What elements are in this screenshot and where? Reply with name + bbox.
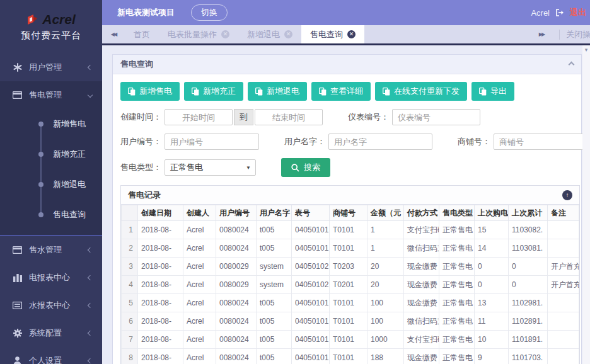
tab-new-refund[interactable]: 新增退电 ✕ xyxy=(238,25,301,43)
gear-icon xyxy=(13,329,22,338)
table-row[interactable]: 4 2018-08- Acrel 0080029 system 04050102… xyxy=(122,276,579,294)
tab-close-icon[interactable]: ✕ xyxy=(284,30,292,38)
sidebar-item-water-sale[interactable]: 售水管理 xyxy=(0,236,102,264)
brand-name: Acrel xyxy=(42,12,76,27)
column-header: 用户名字 xyxy=(257,205,292,221)
table-row[interactable]: 5 2018-08- Acrel 0080024 t005 04050101 T… xyxy=(122,294,579,312)
sidebar-item-electricity-reports[interactable]: 电报表中心 xyxy=(0,264,102,292)
form-row-3: 售电类型： 正常售电 ▼ 搜索 xyxy=(120,158,580,177)
search-button[interactable]: 搜索 xyxy=(281,158,330,177)
sidebar-subitem[interactable]: 新增充正 xyxy=(0,139,102,169)
switch-project-button[interactable]: 切换 xyxy=(191,4,228,21)
form-row-1: 创建时间： 到 仪表编号： xyxy=(120,109,580,125)
remark-cell: 开户首充值 xyxy=(548,258,579,276)
creator-cell: Acrel xyxy=(183,349,216,364)
last-purchase-cell: 0 xyxy=(475,276,509,294)
table-row[interactable]: 8 2018-08- Acrel 0080024 t005 04050101 T… xyxy=(122,349,579,364)
action-button[interactable]: 新增售电 xyxy=(120,82,180,101)
query-panel-title: 售电查询 xyxy=(120,59,153,70)
end-time-input[interactable] xyxy=(255,109,323,125)
last-purchase-cell: 14 xyxy=(475,239,509,258)
sidebar-item-user-management[interactable]: 用户管理 xyxy=(0,54,102,81)
sidebar-subitem[interactable]: 售电查询 xyxy=(0,200,102,230)
payment-method-cell: 微信扫码支付 xyxy=(404,312,439,331)
user-name-input[interactable] xyxy=(328,134,432,150)
logout-button[interactable]: 退出 xyxy=(570,7,586,18)
logout-icon[interactable] xyxy=(555,9,564,16)
sidebar-item-system-config[interactable]: 系统配置 xyxy=(0,319,102,347)
remark-cell xyxy=(548,294,579,312)
chevron-left-icon xyxy=(88,247,93,253)
action-button[interactable]: 导出 xyxy=(471,82,514,101)
table-row[interactable]: 7 2018-08- Acrel 0080024 t005 04050101 T… xyxy=(122,331,579,349)
tab-label: 电表批量操作 xyxy=(168,29,217,40)
shop-no-cell: T0203 xyxy=(330,258,367,276)
create-date-cell: 2018-08- xyxy=(138,276,183,294)
collapse-panel-icon[interactable] xyxy=(569,62,574,67)
meter-no-cell: 04050101 xyxy=(292,294,330,312)
remark-cell xyxy=(548,312,579,331)
bar-chart-icon xyxy=(13,273,22,283)
table-row[interactable]: 1 2018-08- Acrel 0080024 t005 04050101 T… xyxy=(122,221,579,239)
sidebar-item-water-reports[interactable]: 水报表中心 xyxy=(0,292,102,319)
scroll-to-top-icon[interactable]: ↑ xyxy=(562,190,572,200)
tabs-scroll-right-icon[interactable]: ▶▶ xyxy=(530,31,553,37)
user-no-input[interactable] xyxy=(165,134,259,150)
last-purchase-cell: 0 xyxy=(475,258,509,276)
sidebar-item-personal-settings[interactable]: 个人设置 xyxy=(0,347,102,364)
sidebar-subitem[interactable]: 新增售电 xyxy=(0,109,102,139)
table-row[interactable]: 6 2018-08- Acrel 0080024 t005 04050101 T… xyxy=(122,312,579,331)
scrollbar-arrow-icon[interactable]: ▾ xyxy=(582,45,590,54)
action-button[interactable]: 查看详细 xyxy=(311,82,371,101)
card-icon xyxy=(13,246,22,255)
tab-meter-batch-ops[interactable]: 电表批量操作 ✕ xyxy=(159,25,238,43)
sale-type-select[interactable]: 正常售电 ▼ xyxy=(165,159,256,176)
table-row[interactable]: 3 2018-08- Acrel 0080029 system 04050102… xyxy=(122,258,579,276)
tab-close-icon[interactable]: ✕ xyxy=(347,30,356,38)
amount-cell: 1 xyxy=(367,221,404,239)
user-no-cell: 0080024 xyxy=(216,349,257,364)
creator-cell: Acrel xyxy=(183,239,216,258)
meter-no-cell: 04050101 xyxy=(292,312,330,331)
amount-cell: 1000 xyxy=(367,331,404,349)
tab-sale-query[interactable]: 售电查询 ✕ xyxy=(301,25,364,43)
payment-method-cell: 现金缴费 xyxy=(404,276,439,294)
start-time-input[interactable] xyxy=(165,109,233,125)
remark-cell xyxy=(548,331,579,349)
column-header: 创建人 xyxy=(183,205,216,221)
last-total-cell: 1101703. xyxy=(509,349,548,364)
sidebar-item-electricity-sale[interactable]: 售电管理 xyxy=(0,81,102,109)
sale-type-value: 正常售电 xyxy=(170,162,203,173)
records-table-body: 1 2018-08- Acrel 0080024 t005 04050101 T… xyxy=(122,221,579,364)
sidebar-subitem[interactable]: 新增退电 xyxy=(0,169,102,200)
column-header xyxy=(122,205,138,221)
vertical-scrollbar[interactable]: ▾ xyxy=(582,45,590,364)
action-button[interactable]: 新增充正 xyxy=(184,82,243,101)
last-total-cell: 1103081. xyxy=(509,239,548,258)
create-date-cell: 2018-08- xyxy=(138,349,183,364)
action-button[interactable]: 新增退电 xyxy=(248,82,307,101)
user-no-cell: 0080024 xyxy=(216,312,257,331)
tab-home[interactable]: 首页 xyxy=(125,25,159,43)
table-row[interactable]: 2 2018-08- Acrel 0080024 t005 04050101 T… xyxy=(122,239,579,258)
column-header: 上次累计 xyxy=(509,205,548,221)
meter-no-cell: 04050101 xyxy=(292,349,330,364)
tab-close-icon[interactable]: ✕ xyxy=(221,30,229,38)
tab-label: 新增退电 xyxy=(247,29,280,40)
tabs-scroll-left-icon[interactable]: ◀◀ xyxy=(102,25,125,43)
meter-no-input[interactable] xyxy=(392,109,480,125)
shop-no-input[interactable] xyxy=(494,134,588,150)
creator-cell: Acrel xyxy=(183,294,216,312)
user-no-cell: 0080024 xyxy=(216,239,257,258)
topbar: 新电表测试项目 切换 Acrel 退出 xyxy=(102,0,590,25)
remark-cell xyxy=(548,221,579,239)
close-operations-menu[interactable]: 关闭操作 xyxy=(566,29,590,40)
meter-no-cell: 04050101 xyxy=(292,331,330,349)
sidebar-submenu: 新增售电 新增充正 新增退电 售电查询 xyxy=(0,109,102,230)
action-button[interactable]: 在线支付重新下发 xyxy=(375,82,467,101)
action-button-label: 新增退电 xyxy=(267,86,299,97)
copy-file-icon xyxy=(319,88,327,96)
last-total-cell: 1103082. xyxy=(509,221,548,239)
remark-cell xyxy=(548,349,579,364)
user-name-cell: t005 xyxy=(257,294,292,312)
